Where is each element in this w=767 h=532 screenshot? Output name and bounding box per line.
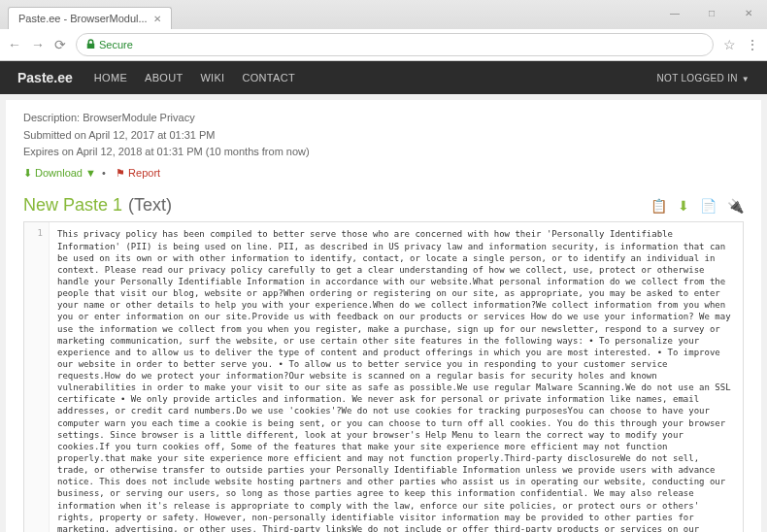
submitted-line: Submitted on April 12, 2017 at 01:31 PM [23, 127, 744, 145]
report-link[interactable]: ⚑ Report [116, 167, 160, 179]
plug-icon[interactable]: 🔌 [727, 198, 744, 214]
minimize-button[interactable]: — [656, 0, 693, 25]
tab-title: Paste.ee - BrowserModul... [18, 13, 148, 24]
address-bar[interactable]: Secure [76, 33, 714, 56]
nav-about[interactable]: ABOUT [145, 72, 183, 83]
paste-title: New Paste 1 [23, 195, 122, 216]
nav-home[interactable]: HOME [94, 72, 127, 83]
meta-actions: ⬇ Download ▼ • ⚑ Report [23, 165, 744, 183]
toolbar: ← → ⟳ Secure ☆ ⋮ [0, 29, 767, 60]
site-header: Paste.ee HOME ABOUT WIKI CONTACT NOT LOG… [0, 61, 767, 94]
paste-action-icons: 📋 ⬇ 📄 🔌 [643, 198, 744, 214]
close-window-button[interactable]: ✕ [730, 0, 767, 25]
download-icon[interactable]: ⬇ [678, 198, 689, 214]
brand-logo[interactable]: Paste.ee [17, 70, 73, 85]
line-gutter: 1 [24, 222, 50, 532]
tab-strip: Paste.ee - BrowserModul... ✕ — □ ✕ [0, 0, 767, 29]
forward-button[interactable]: → [31, 37, 45, 52]
login-status[interactable]: NOT LOGGED IN▼ [657, 73, 750, 83]
chevron-down-icon: ▼ [742, 75, 750, 83]
content-card: Description: BrowserModule Privacy Submi… [6, 100, 761, 532]
nav-wiki[interactable]: WIKI [200, 72, 224, 83]
download-link[interactable]: ⬇ Download ▼ [23, 167, 96, 179]
window-controls: — □ ✕ [656, 0, 767, 25]
menu-icon[interactable]: ⋮ [746, 37, 759, 52]
paste-type: (Text) [128, 195, 172, 216]
nav-contact[interactable]: CONTACT [242, 72, 294, 83]
secure-indicator: Secure [86, 39, 133, 51]
reload-button[interactable]: ⟳ [54, 37, 66, 52]
browser-tab[interactable]: Paste.ee - BrowserModul... ✕ [8, 7, 172, 29]
close-tab-icon[interactable]: ✕ [153, 14, 161, 24]
copy-icon[interactable]: 📋 [650, 198, 667, 214]
browser-chrome: Paste.ee - BrowserModul... ✕ — □ ✕ ← → ⟳… [0, 0, 767, 61]
paste-body[interactable]: This privacy policy has been compiled to… [50, 222, 743, 532]
expires-line: Expires on April 12, 2018 at 01:31 PM (1… [23, 144, 744, 161]
maximize-button[interactable]: □ [693, 0, 730, 25]
description-line: Description: BrowserModule Privacy [23, 110, 744, 127]
line-number: 1 [24, 228, 43, 238]
bookmark-icon[interactable]: ☆ [723, 37, 736, 52]
paste-code-box: 1 This privacy policy has been compiled … [23, 221, 744, 532]
lock-icon [86, 39, 95, 51]
back-button[interactable]: ← [8, 37, 21, 52]
raw-icon[interactable]: 📄 [700, 198, 717, 214]
paste-header: New Paste 1 (Text) 📋 ⬇ 📄 🔌 [23, 195, 744, 216]
